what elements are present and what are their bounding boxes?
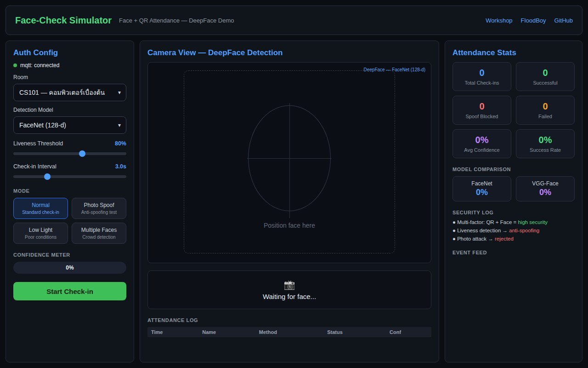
auth-config-title: Auth Config: [13, 48, 126, 58]
page-root: Face-Check Simulator Face + QR Attendanc…: [0, 0, 588, 368]
confidence-meter-value: 0%: [66, 264, 74, 271]
start-checkin-button[interactable]: Start Check-in: [13, 282, 126, 300]
room-label: Room: [13, 74, 126, 80]
log-column-conf: Conf: [386, 327, 431, 337]
stat-success-rate: 0% Success Rate: [516, 129, 575, 158]
mode-low-light-button[interactable]: Low Light Poor conditions: [13, 223, 68, 244]
liveness-threshold-label: Liveness Threshold: [13, 140, 63, 147]
mode-label: Multiple Faces: [81, 227, 117, 233]
camera-panel: Camera View — DeepFace Detection DeepFac…: [140, 40, 439, 362]
model-comparison-grid: FaceNet 0% VGG-Face 0%: [452, 176, 575, 201]
stat-label: Success Rate: [519, 147, 571, 153]
camera-title: Camera View — DeepFace Detection: [147, 48, 431, 58]
checkin-interval-row: Check-in Interval 3.0s: [13, 163, 126, 170]
slider-track: [13, 152, 126, 155]
stat-label: Total Check-ins: [456, 80, 508, 86]
model-card-vggface: VGG-Face 0%: [516, 176, 575, 201]
stat-value: 0: [519, 101, 571, 112]
checkin-interval-label: Check-in Interval: [13, 163, 57, 170]
attendance-log-header-row: Time Name Method Status Conf: [147, 327, 431, 337]
room-select-wrap: CS101 — คอมพิวเตอร์เบื้องต้น ▾: [13, 84, 126, 101]
mqtt-status-label: mqtt: connected: [20, 62, 59, 69]
slider-thumb[interactable]: [44, 173, 51, 180]
attendance-log-table-head: Time Name Method Status Conf: [147, 327, 431, 337]
security-item-highlight: anti-spoofing: [509, 228, 539, 233]
mode-sublabel: Anti-spoofing test: [81, 210, 117, 215]
mode-sublabel: Crowd detection: [82, 235, 115, 240]
attendance-log-table: Time Name Method Status Conf: [147, 327, 431, 337]
liveness-threshold-slider[interactable]: [13, 150, 126, 157]
confidence-meter-header: CONFIDENCE METER: [13, 252, 126, 258]
model-select-wrap: FaceNet (128-d) ▾: [13, 116, 126, 134]
security-item-highlight: rejected: [495, 236, 514, 242]
mode-photo-spoof-button[interactable]: Photo Spoof Anti-spoofing test: [72, 198, 126, 219]
room-select[interactable]: CS101 — คอมพิวเตอร์เบื้องต้น: [13, 84, 126, 101]
model-comparison-header: MODEL COMPARISON: [452, 167, 575, 172]
mode-label: Photo Spoof: [84, 202, 114, 208]
checkin-interval-slider[interactable]: [13, 173, 126, 180]
model-card-facenet: FaceNet 0%: [452, 176, 511, 201]
security-item-text: ● Photo attack →: [452, 236, 495, 242]
liveness-threshold-row: Liveness Threshold 80%: [13, 140, 126, 147]
detection-model-select[interactable]: FaceNet (128-d): [13, 116, 126, 134]
security-log-item: ● Photo attack → rejected: [452, 236, 575, 242]
stat-label: Spoof Blocked: [456, 114, 508, 119]
log-column-method: Method: [255, 327, 323, 337]
security-item-text: ● Liveness detection →: [452, 228, 509, 233]
security-log: ● Multi-factor: QR + Face = high securit…: [452, 219, 575, 242]
mqtt-status-dot: [13, 63, 17, 67]
stat-grid: 0 Total Check-ins 0 Successful 0 Spoof B…: [452, 62, 575, 158]
stat-value: 0: [456, 101, 508, 112]
mode-label: Normal: [32, 202, 50, 208]
app-header: Face-Check Simulator Face + QR Attendanc…: [6, 6, 582, 35]
security-item-highlight: high security: [518, 219, 548, 225]
stat-spoof-blocked: 0 Spoof Blocked: [452, 96, 511, 125]
detection-status-text: Waiting for face...: [263, 293, 316, 300]
slider-thumb[interactable]: [79, 150, 85, 157]
nav-link-workshop[interactable]: Workshop: [486, 17, 512, 24]
mode-section-header: MODE: [13, 188, 126, 194]
stat-value: 0%: [519, 135, 571, 145]
mode-grid: Normal Standard check-in Photo Spoof Ant…: [13, 198, 126, 244]
app-subtitle: Face + QR Attendance — DeepFace Demo: [119, 17, 234, 24]
face-guide-frame: Position face here: [184, 70, 395, 253]
security-log-item: ● Multi-factor: QR + Face = high securit…: [452, 219, 575, 225]
security-log-item: ● Liveness detection → anti-spoofing: [452, 228, 575, 233]
mode-sublabel: Poor conditions: [25, 235, 57, 240]
stat-total-checkins: 0 Total Check-ins: [452, 62, 511, 91]
checkin-interval-value: 3.0s: [115, 163, 126, 170]
camera-icon: 📸: [284, 279, 295, 290]
stat-value: 0%: [456, 135, 508, 145]
slider-track: [13, 175, 126, 178]
liveness-threshold-value: 80%: [115, 140, 126, 147]
auth-config-panel: Auth Config mqtt: connected Room CS101 —…: [6, 40, 134, 362]
camera-viewport: DeepFace — FaceNet (128-d) Position face…: [147, 62, 431, 263]
app-title: Face-Check Simulator: [15, 15, 112, 26]
confidence-meter: 0%: [13, 262, 126, 274]
top-nav: Workshop FloodBoy GitHub: [486, 17, 573, 24]
stat-value: 0: [519, 68, 571, 78]
stat-label: Avg Confidence: [456, 147, 508, 153]
stat-value: 0: [456, 68, 508, 78]
nav-link-github[interactable]: GitHub: [554, 17, 573, 24]
detection-model-label: Detection Model: [13, 107, 126, 113]
detection-status-box: 📸 Waiting for face...: [147, 270, 431, 309]
security-item-text: ● Multi-factor: QR + Face =: [452, 219, 518, 225]
stat-label: Failed: [519, 114, 571, 119]
mqtt-status: mqtt: connected: [13, 62, 126, 69]
security-log-header: SECURITY LOG: [452, 210, 575, 215]
main-columns: Auth Config mqtt: connected Room CS101 —…: [6, 40, 582, 362]
nav-link-floodboy[interactable]: FloodBoy: [521, 17, 546, 24]
stat-label: Successful: [519, 80, 571, 86]
mode-normal-button[interactable]: Normal Standard check-in: [13, 198, 68, 219]
event-feed: [452, 259, 575, 278]
log-column-time: Time: [147, 327, 198, 337]
stat-failed: 0 Failed: [516, 96, 575, 125]
mode-sublabel: Standard check-in: [22, 210, 59, 215]
model-value: 0%: [519, 188, 571, 197]
mode-multiple-faces-button[interactable]: Multiple Faces Crowd detection: [72, 223, 126, 244]
event-feed-header: EVENT FEED: [452, 250, 575, 255]
log-column-status: Status: [323, 327, 386, 337]
attendance-log-header: ATTENDANCE LOG: [147, 317, 431, 323]
log-column-name: Name: [198, 327, 255, 337]
